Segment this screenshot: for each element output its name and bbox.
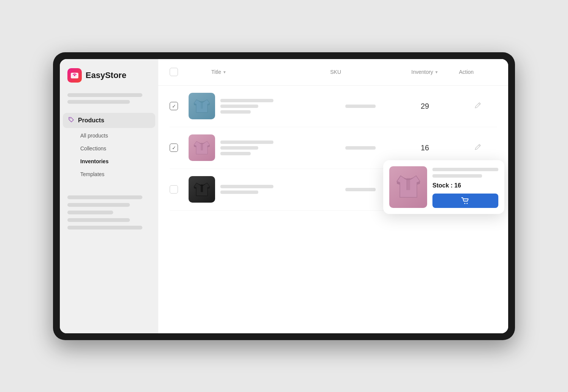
- row-action: [459, 101, 497, 111]
- sidebar-skeleton-bottom: [60, 188, 158, 230]
- svg-rect-5: [407, 178, 410, 190]
- sidebar-item-inventories[interactable]: Inventories: [76, 155, 155, 167]
- row-checkbox[interactable]: ✓: [170, 144, 178, 152]
- nav-item-products[interactable]: Products: [63, 113, 155, 128]
- product-info: [220, 141, 273, 155]
- row-inventory: 16: [391, 144, 459, 152]
- sidebar: EasyStore: [60, 59, 158, 333]
- svg-point-2: [70, 118, 70, 119]
- nav-section: Products All products Collections Invent…: [60, 113, 158, 180]
- title-header-label: Title: [211, 69, 221, 75]
- svg-point-8: [467, 203, 468, 204]
- table-row: ✓: [170, 86, 497, 127]
- app-name: EasyStore: [86, 70, 126, 80]
- tooltip-card: Stock : 16: [383, 160, 504, 214]
- tooltip-title-skeleton: [432, 168, 498, 171]
- row-sku: [330, 188, 391, 191]
- products-nav-label: Products: [78, 117, 104, 124]
- svg-point-1: [74, 75, 75, 76]
- inventory-chevron-icon: ▼: [435, 70, 438, 74]
- row-checkbox-area: ✓: [170, 144, 189, 152]
- select-all-checkbox[interactable]: [170, 68, 178, 76]
- sku-header-label: SKU: [330, 69, 341, 75]
- svg-point-7: [464, 203, 465, 204]
- svg-rect-4: [201, 143, 203, 150]
- svg-rect-9: [201, 184, 203, 192]
- skeleton-line: [67, 226, 142, 230]
- product-image: [189, 134, 215, 161]
- tooltip-info: Stock : 16: [432, 166, 498, 208]
- device-wrapper: EasyStore: [53, 52, 515, 340]
- device-screen: EasyStore: [60, 59, 508, 333]
- add-to-cart-button[interactable]: [432, 194, 498, 208]
- row-checkbox-area: ✓: [170, 102, 189, 110]
- device-frame: EasyStore: [53, 52, 515, 340]
- action-column-header: Action: [459, 69, 497, 75]
- product-detail-skeleton: [220, 110, 251, 114]
- main-content: Title ▼ SKU Inventory ▼: [158, 59, 508, 333]
- table-body: ✓: [158, 86, 508, 211]
- svg-rect-3: [201, 101, 203, 109]
- product-title-skeleton: [220, 185, 273, 188]
- skeleton-line: [67, 195, 142, 199]
- logo-icon: [67, 68, 82, 83]
- product-subtitle-skeleton: [220, 191, 258, 194]
- sku-value-skeleton: [345, 188, 376, 191]
- product-info: [220, 99, 273, 114]
- table-row: ✓: [170, 127, 497, 169]
- row-product-area: [189, 93, 330, 119]
- row-inventory: 29: [391, 102, 459, 111]
- tooltip-subtitle-skeleton: [432, 174, 482, 178]
- action-header-label: Action: [459, 69, 474, 75]
- sidebar-item-collections[interactable]: Collections: [76, 142, 155, 155]
- skeleton-line: [67, 93, 142, 97]
- sku-column-header: SKU: [330, 69, 391, 75]
- product-title-skeleton: [220, 141, 273, 144]
- product-info: [220, 185, 273, 194]
- edit-icon[interactable]: [474, 143, 482, 153]
- product-subtitle-skeleton: [220, 146, 258, 150]
- row-checkbox[interactable]: [170, 185, 178, 194]
- sidebar-item-all-products[interactable]: All products: [76, 130, 155, 142]
- product-subtitle-skeleton: [220, 105, 258, 108]
- skeleton-line: [67, 203, 130, 207]
- header-checkbox-col: [170, 68, 189, 76]
- tag-icon: [68, 117, 74, 124]
- product-image: [189, 93, 215, 119]
- table-header: Title ▼ SKU Inventory ▼: [158, 59, 508, 86]
- sidebar-item-templates[interactable]: Templates: [76, 168, 155, 180]
- stock-text: Stock : 16: [432, 182, 498, 189]
- row-product-area: [189, 176, 330, 203]
- inventory-header-label: Inventory: [411, 69, 433, 75]
- row-sku: [330, 146, 391, 150]
- row-checkbox-area: [170, 185, 189, 194]
- skeleton-line: [67, 100, 130, 104]
- product-title-skeleton: [220, 99, 273, 102]
- row-product-area: [189, 134, 330, 161]
- title-column-header: Title ▼: [189, 69, 330, 75]
- row-action: [459, 143, 497, 153]
- sidebar-skeleton-top: [60, 93, 158, 104]
- nav-sub-items: All products Collections Inventories Tem…: [63, 130, 155, 180]
- title-chevron-icon: ▼: [223, 70, 226, 74]
- edit-icon[interactable]: [474, 101, 482, 111]
- sku-value-skeleton: [345, 146, 376, 150]
- product-detail-skeleton: [220, 152, 251, 155]
- skeleton-line: [67, 218, 130, 222]
- logo-area: EasyStore: [60, 68, 158, 93]
- inventory-column-header: Inventory ▼: [391, 69, 459, 75]
- row-checkbox[interactable]: ✓: [170, 102, 178, 110]
- skeleton-line: [67, 211, 113, 214]
- sku-value-skeleton: [345, 105, 376, 108]
- row-sku: [330, 105, 391, 108]
- tooltip-product-image: [389, 166, 427, 208]
- product-image: [189, 176, 215, 203]
